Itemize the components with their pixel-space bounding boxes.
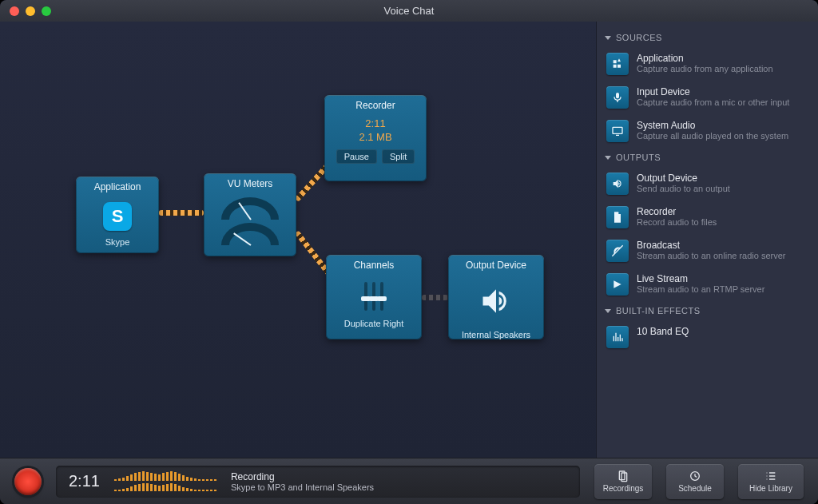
library-item-desc: Stream audio to an online radio server (637, 251, 786, 262)
vu-meter-2-icon (221, 223, 279, 245)
schedule-button[interactable]: Schedule (666, 464, 724, 499)
pause-button[interactable]: Pause (336, 149, 377, 164)
mic-icon (606, 86, 629, 109)
recorder-buttons: Pause Split (336, 149, 415, 164)
file-icon (606, 206, 629, 228)
speaker-icon (478, 284, 514, 322)
chevron-down-icon (605, 309, 611, 313)
library-item-title: Broadcast (637, 240, 786, 251)
window-title: Voice Chat (0, 5, 818, 17)
node-title: Recorder (324, 95, 427, 114)
titlebar: Voice Chat (0, 0, 818, 22)
skype-icon: S (103, 202, 132, 231)
recorder-size: 2.1 MB (359, 131, 391, 145)
recordings-button[interactable]: Recordings (594, 464, 652, 499)
node-subtitle: Duplicate Right (344, 319, 404, 328)
bottom-bar: 2:11 Recording Skype to MP3 and Internal… (0, 458, 818, 504)
list-icon (764, 470, 777, 482)
library-item-screen[interactable]: System AudioCapture all audio played on … (603, 114, 812, 148)
stream-icon (606, 273, 629, 296)
recordings-icon (617, 470, 629, 482)
speaker-icon (606, 173, 629, 195)
vu-meter-1-icon (221, 197, 279, 220)
cable-channels-to-output (422, 295, 448, 300)
library-item-title: System Audio (637, 120, 788, 131)
section-head-outputs[interactable]: OUTPUTS (603, 148, 812, 167)
library-item-desc: Capture audio from a mic or other input (637, 97, 789, 109)
clock-icon (689, 470, 701, 482)
eq-icon (606, 326, 629, 348)
node-vu-meters[interactable]: VU Meters (204, 173, 296, 256)
chevron-down-icon (605, 156, 611, 160)
sidebar-library[interactable]: SOURCES ApplicationCapture audio from an… (596, 22, 818, 458)
node-subtitle: Skype (105, 237, 130, 247)
status-line-1: Recording (231, 471, 374, 482)
library-item-desc: Capture audio from any application (637, 64, 773, 75)
node-subtitle: Internal Speakers (462, 330, 530, 339)
library-item-title: Live Stream (637, 273, 764, 284)
status-display: 2:11 Recording Skype to MP3 and Internal… (56, 466, 580, 498)
level-meter-icon (114, 471, 216, 491)
node-title: Output Device (448, 255, 544, 274)
library-item-file[interactable]: RecorderRecord audio to files (603, 200, 812, 234)
node-output-device[interactable]: Output Device Internal Speakers (448, 255, 544, 339)
status-line-2: Skype to MP3 and Internal Speakers (231, 482, 374, 492)
main-area: Application S Skype VU Meters Recorder (0, 22, 818, 458)
library-item-title: Output Device (637, 173, 730, 184)
library-item-stream[interactable]: Live StreamStream audio to an RTMP serve… (603, 268, 812, 301)
elapsed-time: 2:11 (69, 472, 100, 490)
library-item-broadcast[interactable]: BroadcastStream audio to an online radio… (603, 234, 812, 268)
library-item-desc: Send audio to an output (637, 184, 730, 195)
split-button[interactable]: Split (382, 149, 415, 164)
vu-meter-display (204, 192, 296, 253)
screen-icon (606, 120, 629, 142)
library-item-desc: Capture all audio played on the system (637, 131, 788, 142)
channel-sliders-icon (364, 282, 383, 311)
library-item-app[interactable]: ApplicationCapture audio from any applic… (603, 47, 812, 81)
library-item-title: 10 Band EQ (637, 326, 689, 337)
cable-app-to-vu (159, 210, 204, 216)
recorder-time: 2:11 (359, 117, 391, 131)
node-title: Channels (326, 255, 422, 274)
library-item-title: Recorder (637, 206, 717, 217)
library-item-speaker[interactable]: Output DeviceSend audio to an output (603, 167, 812, 200)
section-head-sources[interactable]: SOURCES (603, 28, 812, 47)
recorder-stats: 2:11 2.1 MB (359, 117, 391, 145)
node-title: Application (76, 177, 159, 196)
library-item-title: Application (637, 53, 773, 64)
node-application[interactable]: Application S Skype (76, 177, 159, 253)
node-title: VU Meters (204, 173, 296, 192)
chevron-down-icon (605, 36, 611, 40)
broadcast-icon (606, 240, 629, 262)
svg-rect-0 (613, 127, 622, 133)
library-item-desc: Record audio to files (637, 217, 717, 228)
library-item-title: Input Device (637, 86, 789, 97)
patch-canvas[interactable]: Application S Skype VU Meters Recorder (0, 22, 596, 458)
app-window: Voice Chat Application S Skype VU Meters (0, 0, 818, 504)
app-icon (606, 53, 629, 75)
node-channels[interactable]: Channels Duplicate Right (326, 255, 422, 339)
node-recorder[interactable]: Recorder 2:11 2.1 MB Pause Split (324, 95, 427, 181)
library-item-desc: Stream audio to an RTMP server (637, 284, 764, 296)
section-head-effects[interactable]: BUILT-IN EFFECTS (603, 301, 812, 320)
record-button[interactable] (14, 468, 42, 495)
library-item-eq[interactable]: 10 Band EQ (603, 320, 812, 354)
hide-library-button[interactable]: Hide Library (738, 464, 804, 499)
library-item-mic[interactable]: Input DeviceCapture audio from a mic or … (603, 81, 812, 114)
